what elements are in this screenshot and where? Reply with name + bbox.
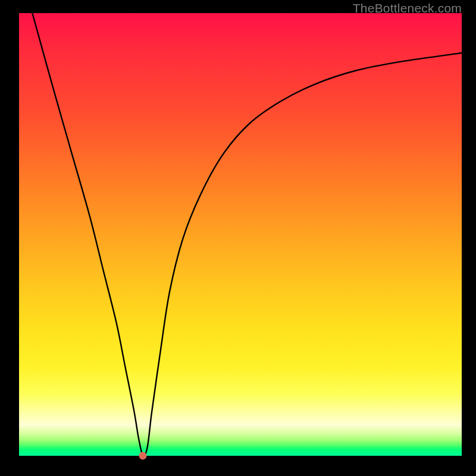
chart-frame: TheBottleneck.com [0, 0, 476, 476]
plot-area [19, 13, 462, 456]
minimum-marker [139, 452, 147, 460]
bottleneck-curve [19, 13, 462, 456]
curve-path [32, 13, 462, 456]
